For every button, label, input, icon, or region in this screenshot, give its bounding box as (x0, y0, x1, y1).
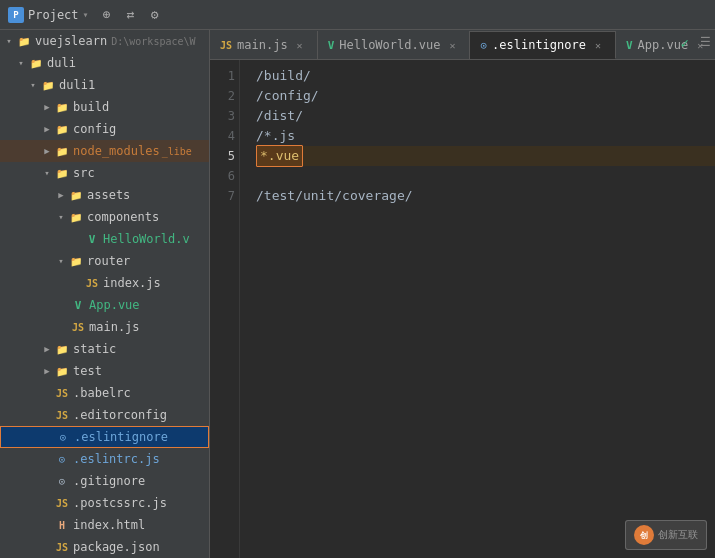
folder-icon: 📁 (54, 143, 70, 159)
tab-settings-icon[interactable]: ☰ (700, 35, 711, 49)
sidebar-item-components[interactable]: ▾ 📁 components (0, 206, 209, 228)
watermark-logo: 创 (634, 525, 654, 545)
sidebar-item-index-html[interactable]: H index.html (0, 514, 209, 536)
arrow-icon: ▾ (54, 254, 68, 268)
main-layout: ▾ 📁 vuejslearn D:\workspace\W ▾ 📁 duli ▾… (0, 30, 715, 558)
project-dropdown-arrow[interactable]: ▾ (83, 9, 89, 20)
tab-label: .eslintignore (492, 38, 586, 52)
item-label: .editorconfig (73, 408, 167, 422)
item-label: duli1 (59, 78, 95, 92)
item-label: .babelrc (73, 386, 131, 400)
item-label: vuejslearn (35, 34, 107, 48)
item-label: router (87, 254, 130, 268)
sidebar-item-config[interactable]: ▶ 📁 config (0, 118, 209, 140)
spacer (40, 452, 54, 466)
item-label: duli (47, 56, 76, 70)
sidebar-item-postcssrc[interactable]: JS .postcssrc.js (0, 492, 209, 514)
code-line-2: /config/ (256, 86, 715, 106)
spacer (56, 320, 70, 334)
arrow-icon: ▾ (54, 210, 68, 224)
sidebar-item-assets[interactable]: ▶ 📁 assets (0, 184, 209, 206)
tab-close-main-js[interactable]: ✕ (293, 38, 307, 52)
sidebar-item-duli[interactable]: ▾ 📁 duli (0, 52, 209, 74)
code-text: /config/ (256, 86, 319, 106)
line-num-4: 4 (210, 126, 235, 146)
sidebar-item-babelrc[interactable]: JS .babelrc (0, 382, 209, 404)
path-label: D:\workspace\W (111, 36, 195, 47)
watermark-text: 创新互联 (658, 528, 698, 542)
top-bar: P Project ▾ ⊕ ⇄ ⚙ (0, 0, 715, 30)
item-label: assets (87, 188, 130, 202)
item-label: index.js (103, 276, 161, 290)
folder-icon: 📁 (54, 165, 70, 181)
line-num-2: 2 (210, 86, 235, 106)
sidebar-item-static[interactable]: ▶ 📁 static (0, 338, 209, 360)
line-num-1: 1 (210, 66, 235, 86)
code-content[interactable]: /build/ /config/ /dist/ /*.js *.vue (240, 60, 715, 558)
line-num-6: 6 (210, 166, 235, 186)
item-label: .postcssrc.js (73, 496, 167, 510)
item-label: src (73, 166, 95, 180)
sidebar-item-eslintignore[interactable]: ⊙ .eslintignore (0, 426, 209, 448)
json-icon: JS (54, 539, 70, 555)
sidebar-item-app-vue[interactable]: V App.vue (0, 294, 209, 316)
sidebar-item-helloworld-vue[interactable]: V HelloWorld.v (0, 228, 209, 250)
js-icon: JS (70, 319, 86, 335)
editor-area: 1 2 3 4 5 6 7 /build/ /config/ /dist/ (210, 60, 715, 558)
item-label: .eslintignore (74, 430, 168, 444)
sidebar-item-node-modules[interactable]: ▶ 📁 node_modules _libe (0, 140, 209, 162)
spacer (56, 298, 70, 312)
sidebar-item-test[interactable]: ▶ 📁 test (0, 360, 209, 382)
line-num-7: 7 (210, 186, 235, 206)
tab-eslintignore[interactable]: ⊙ .eslintignore ✕ (470, 31, 616, 59)
folder-icon: 📁 (28, 55, 44, 71)
sidebar-item-router-index[interactable]: JS index.js (0, 272, 209, 294)
arrow-icon: ▾ (2, 34, 16, 48)
vue-tab-icon: V (328, 39, 335, 52)
add-icon[interactable]: ⊕ (99, 7, 115, 23)
item-label: package.json (73, 540, 160, 554)
js-icon: JS (84, 275, 100, 291)
code-text: /build/ (256, 66, 311, 86)
tab-helloworld-vue[interactable]: V HelloWorld.vue ✕ (318, 31, 471, 59)
sidebar-item-vuejslearn[interactable]: ▾ 📁 vuejslearn D:\workspace\W (0, 30, 209, 52)
code-line-3: /dist/ (256, 106, 715, 126)
arrow-icon: ▾ (26, 78, 40, 92)
tab-close-eslintignore[interactable]: ✕ (591, 38, 605, 52)
gear-icon[interactable]: ⚙ (147, 7, 163, 23)
item-label: components (87, 210, 159, 224)
js-tab-icon: JS (220, 40, 232, 51)
eslint-icon: ⊙ (55, 429, 71, 445)
spacer (40, 474, 54, 488)
right-panel: JS main.js ✕ V HelloWorld.vue ✕ ⊙ .eslin… (210, 30, 715, 558)
sidebar-item-eslintrc[interactable]: ⊙ .eslintrc.js (0, 448, 209, 470)
spacer (40, 496, 54, 510)
tab-close-helloworld[interactable]: ✕ (445, 38, 459, 52)
config-icon: JS (54, 385, 70, 401)
code-text: /test/unit/coverage/ (256, 186, 413, 206)
top-bar-icons: ⊕ ⇄ ⚙ (99, 7, 163, 23)
arrow-icon: ▶ (40, 100, 54, 114)
vue-icon: V (84, 231, 100, 247)
sidebar-item-src[interactable]: ▾ 📁 src (0, 162, 209, 184)
code-text: /*.js (256, 126, 295, 146)
sidebar-item-editorconfig[interactable]: JS .editorconfig (0, 404, 209, 426)
sidebar-item-router[interactable]: ▾ 📁 router (0, 250, 209, 272)
item-label: test (73, 364, 102, 378)
html-icon: H (54, 517, 70, 533)
vue-icon: V (70, 297, 86, 313)
project-label[interactable]: P Project ▾ (8, 7, 89, 23)
sidebar-item-build[interactable]: ▶ 📁 build (0, 96, 209, 118)
sync-icon[interactable]: ⇄ (123, 7, 139, 23)
arrow-icon: ▶ (40, 144, 54, 158)
sidebar-item-gitignore[interactable]: ⊙ .gitignore (0, 470, 209, 492)
js-icon: JS (54, 495, 70, 511)
eslint-tab-icon: ⊙ (480, 39, 487, 52)
sidebar-item-main-js[interactable]: JS main.js (0, 316, 209, 338)
arrow-icon: ▶ (40, 122, 54, 136)
tab-main-js[interactable]: JS main.js ✕ (210, 31, 318, 59)
sidebar-item-duli1[interactable]: ▾ 📁 duli1 (0, 74, 209, 96)
item-label: static (73, 342, 116, 356)
sidebar-item-package-json[interactable]: JS package.json (0, 536, 209, 558)
arrow-icon: ▾ (40, 166, 54, 180)
